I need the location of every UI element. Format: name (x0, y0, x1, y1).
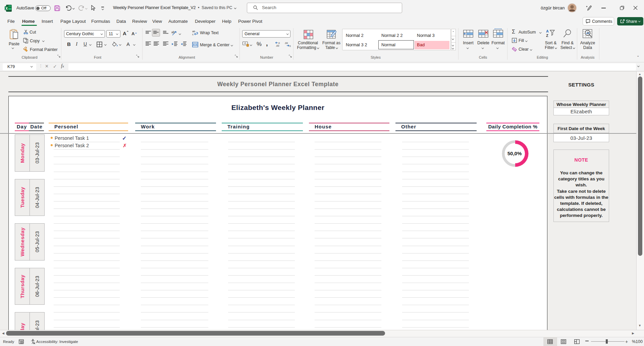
svg-text:A: A (546, 29, 549, 33)
svg-text:c: c (192, 33, 194, 36)
svg-text:.00: .00 (276, 44, 279, 47)
svg-text:50,0%: 50,0% (507, 151, 522, 156)
svg-text:.00: .00 (284, 42, 288, 45)
svg-text:X: X (5, 7, 8, 10)
svg-text:0: 0 (289, 45, 291, 47)
svg-text:Z: Z (546, 34, 548, 38)
svg-text:ab: ab (192, 30, 195, 33)
